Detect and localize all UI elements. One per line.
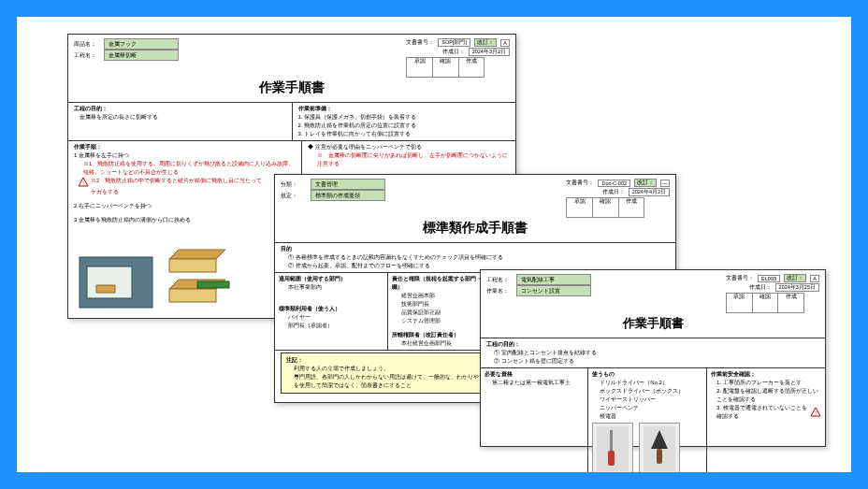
warning-icon: !	[78, 177, 89, 188]
svg-rect-4	[169, 259, 216, 272]
sheet2-meta-left: 分類：文書管理 規定：標準類の作成要領	[281, 179, 385, 201]
tool-hdr: 使うもの	[592, 370, 702, 379]
sig-approve: 承認	[727, 294, 752, 312]
signature-boxes: 承認確認作成	[406, 57, 485, 78]
branch-value: 文書管理	[311, 179, 385, 190]
s3-purpose-hdr: 工程の目的：	[486, 340, 819, 349]
date-val: 2024年3月25日	[775, 283, 819, 292]
canvas: 商品名：金属フック 工程名：金属棒切断 文書番号：SOP[部門]改訂：A 作成日…	[17, 17, 851, 472]
branch-label: 分類：	[281, 180, 311, 189]
proc-label: 工程名：	[486, 275, 516, 284]
sig-check: 確認	[752, 294, 778, 312]
sheet3-meta-right: 文書番号：EL003改訂：A 作成日：2024年3月25日 承認確認作成	[726, 274, 819, 313]
svg-text:!: !	[815, 410, 817, 416]
sheet2-title: 標準類作成手順書	[275, 218, 675, 242]
rev-label: 改訂：	[784, 274, 806, 282]
sheet2-meta-right: 文書番号：Doc-C-002改訂：— 作成日：2024年4月2日 承認確認作成	[566, 179, 670, 218]
tool-1: ボックスドライバー（ボックス）	[592, 387, 702, 396]
pre-hdr: 作業前準備：	[298, 105, 511, 113]
step1-note1: ※1 飛散防止箱を使用する。周囲に切りくずが飛び散ると設備内に入り込み故障、短絡…	[74, 160, 296, 177]
illustration-diagram	[76, 248, 235, 313]
work-label: 作業名：	[486, 286, 516, 295]
reg-label: 規定：	[281, 191, 311, 200]
s2-purpose-hdr: 目的	[281, 245, 670, 253]
step1-tail: ケガをする	[74, 188, 296, 196]
s3-pu2: ② コンセント箱を壁に固定する	[486, 357, 819, 366]
step1-note2: ※2 飛散防止箱の中で切断すると破片が箱側に飛散し目に当たって	[91, 177, 262, 185]
tool-photo-trowel	[639, 423, 680, 472]
step-1: 1 金属棒を左手に持つ	[74, 151, 296, 160]
warning-icon: !	[810, 407, 821, 418]
date-label: 作成日：	[602, 189, 625, 195]
right-hdr-txt: 注意が必要な理由をニッパーペンチで切る	[315, 144, 422, 150]
doc-id: Doc-C-002	[598, 180, 630, 187]
q-val: 第二種または第一種電気工事士	[485, 379, 584, 387]
outer-frame: 商品名：金属フック 工程名：金属棒切断 文書番号：SOP[部門]改訂：A 作成日…	[0, 0, 868, 489]
sig-approve: 承認	[407, 58, 432, 77]
svg-rect-5	[169, 289, 216, 302]
step-2: 2 右手にニッパーペンチを持つ	[74, 202, 296, 210]
pre-3: 3. トレイを作業机に向かって右側に設置する	[298, 130, 511, 138]
safe-1: 2. 配電盤を確認し遮断する箇所が正しいことを確認する	[711, 387, 821, 404]
safe-hdr: 作業前安全確認：	[711, 370, 821, 379]
sig-create: 作成	[618, 198, 644, 217]
signature-boxes: 承認確認作成	[566, 197, 644, 218]
reg-value: 標準類の作成要領	[311, 190, 385, 201]
product-value: 金属フック	[104, 38, 179, 50]
sig-check: 確認	[432, 58, 458, 77]
rev-val: A	[810, 275, 819, 282]
sig-check: 確認	[592, 198, 618, 217]
doc-id: EL003	[758, 275, 780, 282]
s2-p1: ① 各種標準を作成するときの記載内容漏れをなくすためのチェック項目を明確にする	[281, 253, 670, 262]
tool-3: ニッパーペンチ	[592, 404, 702, 412]
purpose-text: 金属棒を所定の長さに切断する	[74, 113, 286, 122]
steps-hdr: 作業手順：	[74, 143, 296, 151]
sheet1-meta-right: 文書番号：SOP[部門]改訂：A 作成日：2024年3月2日 承認確認作成	[406, 38, 510, 78]
tool-0: ドリルドライバー（No.2）	[592, 379, 702, 387]
svg-rect-6	[197, 281, 229, 288]
rev-label: 改訂：	[634, 179, 657, 187]
doc-id: SOP[部門]	[438, 38, 470, 47]
g1-hdr: 適用範囲（使用する部門）	[279, 275, 383, 283]
date-label: 作成日：	[749, 284, 772, 291]
sig-approve: 承認	[567, 198, 592, 217]
q-hdr: 必要な資格	[485, 370, 584, 379]
safe-2: 3. 検電器で通電されていないことを確認する	[716, 404, 807, 421]
date-val: 2024年3月2日	[469, 48, 510, 56]
pre-2: 2. 飛散防止箱を作業机の所定の位置に設置する	[298, 122, 511, 130]
process-label: 工程名：	[74, 50, 104, 60]
step-3: 3 金属棒を飛散防止箱内の溝側から口に挟める	[74, 216, 296, 224]
rev-val: A	[500, 39, 510, 47]
purpose-hdr: 工程の目的：	[74, 105, 286, 113]
svg-rect-3	[96, 285, 115, 293]
sig-create: 作成	[458, 58, 485, 77]
s3-pu1: ① 室内配線とコンセント接点を結線する	[486, 349, 819, 357]
sheet-electrical: 工程名：電気配線工事 作業名：コンセント設置 文書番号：EL003改訂：A 作成…	[480, 269, 826, 447]
process-value: 金属棒切断	[104, 50, 179, 61]
doc-label: 文書番号：	[406, 39, 434, 46]
svg-rect-9	[608, 451, 615, 466]
tool-2: ワイヤーストリッパー	[592, 396, 702, 404]
work-value: コンセント設置	[516, 285, 591, 296]
sheet3-meta-left: 工程名：電気配線工事 作業名：コンセント設置	[486, 274, 591, 296]
g1-val: 本社事業部内	[279, 283, 383, 292]
u-v0: バイヤー	[279, 313, 383, 322]
doc-label: 文書番号：	[726, 275, 754, 281]
proc-value: 電気配線工事	[516, 274, 591, 285]
right-bullet: ◆	[308, 144, 313, 150]
date-label: 作成日：	[442, 49, 465, 55]
product-label: 商品名：	[74, 39, 104, 49]
rev-label: 改訂：	[474, 38, 497, 47]
svg-rect-11	[657, 449, 662, 464]
tool-photo-screwdriver	[592, 423, 633, 472]
pre-1: 1. 保護具（保護メガネ、切創手袋）を装着する	[298, 113, 511, 122]
rev-val: —	[660, 180, 670, 187]
signature-boxes: 承認確認作成	[726, 293, 804, 313]
sheet1-meta-left: 商品名：金属フック 工程名：金属棒切断	[74, 38, 179, 61]
svg-text:!: !	[82, 180, 84, 186]
safe-0: 1. 工事箇所のブレーカーを落とす	[711, 379, 821, 387]
sheet1-title: 作業手順書	[68, 78, 515, 102]
u-v1: 部門長（承認者）	[279, 322, 383, 330]
u-hdr: 標準類利用者（使う人）	[279, 305, 383, 313]
sheet3-title: 作業手順書	[481, 313, 825, 338]
